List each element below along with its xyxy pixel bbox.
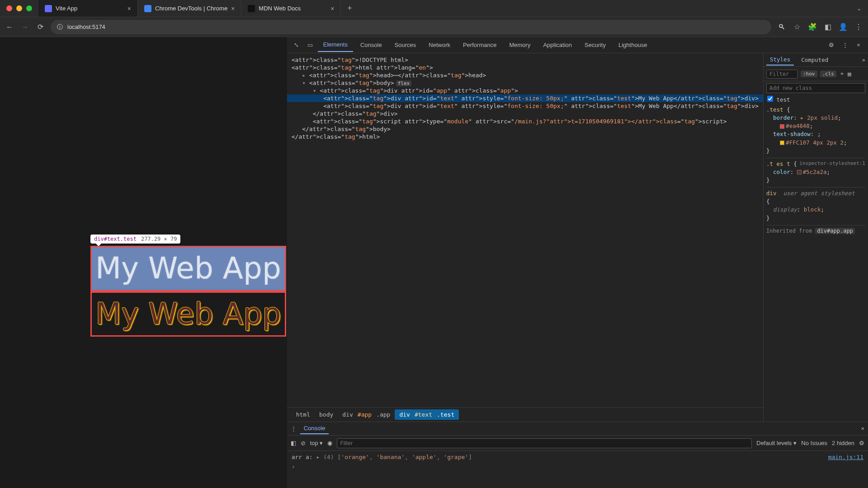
profile-icon[interactable]: 👤 <box>838 23 848 31</box>
dom-node[interactable]: <attr">class="tag">!DOCTYPE html> <box>287 56 763 64</box>
devtools-tabbar: ⤡ ▭ Elements Console Sources Network Per… <box>287 37 868 53</box>
more-icon[interactable]: ⋮ <box>839 39 851 51</box>
sidebar-toggle-icon[interactable]: ◧ <box>291 440 296 446</box>
styles-filter-input[interactable] <box>766 70 798 79</box>
tab-performance[interactable]: Performance <box>458 38 502 52</box>
tab-title: Chrome DevTools | Chrome <box>155 5 227 12</box>
back-button[interactable]: ← <box>5 23 14 31</box>
cls-toggle[interactable]: .cls <box>820 70 837 77</box>
chevron-down-icon[interactable]: ⌄ <box>857 5 862 12</box>
class-name: test <box>777 96 790 103</box>
close-devtools-icon[interactable]: × <box>853 39 864 51</box>
window-titlebar: Vite App × Chrome DevTools | Chrome × MD… <box>0 0 868 17</box>
new-tab-button[interactable]: + <box>341 0 359 17</box>
dom-node[interactable]: <attr">class="tag">script attr">type="mo… <box>287 117 763 125</box>
device-toolbar-icon[interactable]: ▭ <box>304 39 316 51</box>
hov-toggle[interactable]: :hov <box>801 70 817 77</box>
dom-node[interactable]: ▾ <attr">class="tag">div attr">id="app" … <box>287 87 763 94</box>
clear-console-icon[interactable]: ⊘ <box>301 440 306 446</box>
reload-button[interactable]: ⟳ <box>35 23 45 31</box>
tab-console[interactable]: Console <box>355 38 387 52</box>
browser-tab-devtools-doc[interactable]: Chrome DevTools | Chrome × <box>138 0 241 17</box>
browser-tab-vite[interactable]: Vite App × <box>38 0 138 17</box>
issues-indicator[interactable]: No Issues <box>801 440 827 446</box>
side-panel-icon[interactable]: ◧ <box>823 23 833 31</box>
tab-favicon <box>248 5 255 12</box>
add-class-input[interactable] <box>766 83 865 93</box>
dom-node[interactable]: </attr">class="tag">body> <box>287 125 763 133</box>
maximize-window-button[interactable] <box>26 5 32 11</box>
web-app-text[interactable]: My Web App <box>90 291 286 337</box>
dom-node[interactable]: ▾ <attr">class="tag">body>flex <box>287 79 763 87</box>
address-bar[interactable]: ⓘ localhost:5174 <box>51 20 771 34</box>
bookmark-icon[interactable]: ☆ <box>792 23 802 31</box>
class-toggle-row[interactable]: test <box>764 95 868 104</box>
class-checkbox[interactable] <box>767 96 773 102</box>
hidden-count[interactable]: 2 hidden <box>832 440 854 446</box>
expand-icon[interactable]: ▸ <box>316 454 324 460</box>
context-selector[interactable]: top ▾ <box>310 440 323 446</box>
tab-application[interactable]: Application <box>538 38 577 52</box>
close-tab-icon[interactable]: × <box>127 5 131 12</box>
console-settings-icon[interactable]: ⚙ <box>859 440 864 446</box>
devtools-panel: ⤡ ▭ Elements Console Sources Network Per… <box>287 37 868 488</box>
site-info-icon[interactable]: ⓘ <box>57 23 63 31</box>
css-rules[interactable]: .test { border: ▸ 2px solid; #ea4848; te… <box>764 104 868 422</box>
drawer-tab-console[interactable]: Console <box>300 423 329 434</box>
console-output[interactable]: main.js:11 arr a: ▸ (4) ['orange', 'bana… <box>287 451 868 488</box>
live-expression-icon[interactable]: ◉ <box>327 440 332 446</box>
tab-memory[interactable]: Memory <box>504 38 536 52</box>
tab-elements[interactable]: Elements <box>318 38 353 52</box>
inspect-tooltip: div#text.test 277.29 × 79 <box>90 235 180 244</box>
crumb-current[interactable]: div#text.test <box>395 409 459 420</box>
inspect-element-icon[interactable]: ⤡ <box>291 39 302 51</box>
tab-security[interactable]: Security <box>579 38 611 52</box>
element-breadcrumb[interactable]: html body div#app.app div#text.test <box>287 407 763 422</box>
dom-tree[interactable]: <attr">class="tag">!DOCTYPE html><attr">… <box>287 53 763 407</box>
log-source[interactable]: main.js:11 <box>828 454 863 460</box>
computed-icon[interactable]: ▤ <box>848 70 851 77</box>
dom-node[interactable]: <attr">class="tag">html attr">lang="en"> <box>287 64 763 71</box>
tab-sources[interactable]: Sources <box>389 38 422 52</box>
tab-computed[interactable]: Computed <box>797 55 832 65</box>
window-controls <box>0 5 38 11</box>
close-window-button[interactable] <box>6 5 12 11</box>
more-icon[interactable]: » <box>862 56 865 63</box>
drawer-menu-icon[interactable]: ⋮ <box>291 425 297 432</box>
page-viewport[interactable]: div#text.test 277.29 × 79 My Web App My … <box>0 37 287 488</box>
search-icon[interactable]: 🔍︎ <box>777 23 787 31</box>
tab-lighthouse[interactable]: Lighthouse <box>613 38 653 52</box>
close-drawer-icon[interactable]: × <box>861 425 864 432</box>
console-drawer: ⋮ Console × ◧ ⊘ top ▾ ◉ Default levels ▾… <box>287 422 868 488</box>
crumb-body[interactable]: body <box>315 409 338 420</box>
add-rule-icon[interactable]: ＋ <box>839 70 845 78</box>
dom-node[interactable]: ▸ <attr">class="tag">head>⋯</attr">class… <box>287 71 763 79</box>
close-tab-icon[interactable]: × <box>231 5 235 12</box>
app-root: My Web App My Web App <box>90 246 286 337</box>
tab-favicon <box>45 5 52 12</box>
tab-styles[interactable]: Styles <box>766 54 794 66</box>
url-text: localhost:5174 <box>67 23 105 30</box>
highlighted-element[interactable]: My Web App <box>90 246 286 291</box>
log-prefix: arr a: <box>292 454 313 460</box>
crumb-html[interactable]: html <box>292 409 315 420</box>
forward-button[interactable]: → <box>20 23 30 31</box>
browser-tab-mdn[interactable]: MDN Web Docs × <box>241 0 341 17</box>
settings-icon[interactable]: ⚙ <box>826 39 837 51</box>
dom-node[interactable]: <attr">class="tag">div attr">id="text" a… <box>287 102 763 110</box>
dom-node[interactable]: <attr">class="tag">div attr">id="text" a… <box>287 94 763 102</box>
tab-favicon <box>144 5 151 12</box>
close-tab-icon[interactable]: × <box>330 5 334 12</box>
extensions-icon[interactable]: 🧩 <box>807 23 817 31</box>
log-levels-selector[interactable]: Default levels ▾ <box>756 440 797 446</box>
crumb-app[interactable]: div#app.app <box>338 409 395 420</box>
menu-icon[interactable]: ⋮ <box>854 23 863 31</box>
tooltip-dimensions: 277.29 × 79 <box>141 236 177 242</box>
log-count: (4) <box>323 454 334 460</box>
dom-node[interactable]: </attr">class="tag">div> <box>287 110 763 117</box>
console-filter-input[interactable] <box>337 438 752 448</box>
tab-network[interactable]: Network <box>423 38 456 52</box>
console-prompt[interactable]: › <box>292 460 863 470</box>
dom-node[interactable]: </attr">class="tag">html> <box>287 133 763 141</box>
minimize-window-button[interactable] <box>16 5 22 11</box>
